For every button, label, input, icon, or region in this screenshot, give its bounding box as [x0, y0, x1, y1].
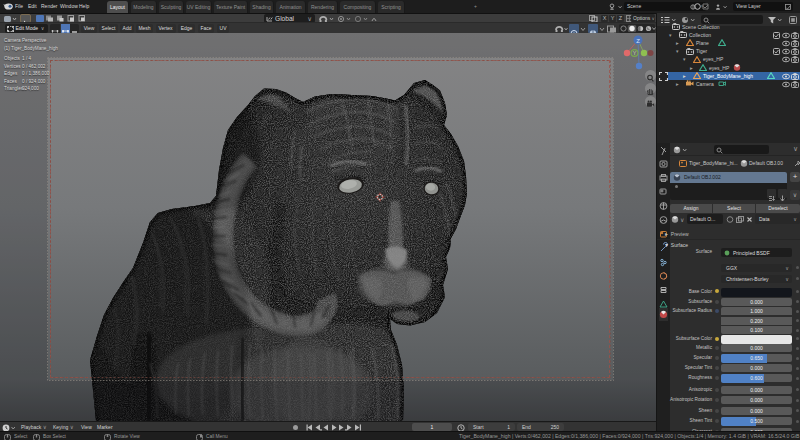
svg-text:Z: Z — [636, 38, 640, 44]
svg-text:Y: Y — [633, 50, 637, 56]
